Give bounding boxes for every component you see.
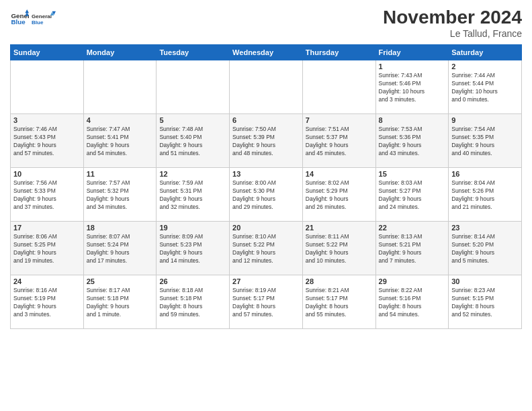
- calendar-cell: 11Sunrise: 7:57 AM Sunset: 5:32 PM Dayli…: [83, 168, 157, 222]
- general-blue-logo: General Blue: [32, 7, 56, 31]
- calendar-cell: [230, 60, 303, 114]
- day-info: Sunrise: 8:06 AM Sunset: 5:25 PM Dayligh…: [13, 233, 81, 265]
- header: General Blue General Blue November 2024 …: [10, 7, 522, 39]
- month-title: November 2024: [383, 7, 522, 28]
- day-number: 1: [379, 62, 446, 71]
- day-info: Sunrise: 8:19 AM Sunset: 5:17 PM Dayligh…: [232, 287, 300, 319]
- day-number: 5: [159, 116, 226, 124]
- calendar-cell: 14Sunrise: 8:02 AM Sunset: 5:29 PM Dayli…: [302, 168, 375, 222]
- day-number: 23: [451, 224, 519, 232]
- day-info: Sunrise: 8:22 AM Sunset: 5:16 PM Dayligh…: [379, 287, 446, 319]
- day-info: Sunrise: 8:21 AM Sunset: 5:17 PM Dayligh…: [306, 287, 373, 319]
- day-info: Sunrise: 8:18 AM Sunset: 5:18 PM Dayligh…: [159, 287, 226, 319]
- day-info: Sunrise: 8:07 AM Sunset: 5:24 PM Dayligh…: [87, 233, 154, 265]
- col-monday: Monday: [83, 45, 157, 60]
- day-number: 12: [159, 170, 226, 178]
- day-info: Sunrise: 7:44 AM Sunset: 5:44 PM Dayligh…: [451, 72, 519, 104]
- svg-text:Blue: Blue: [32, 19, 44, 26]
- logo: General Blue General Blue: [10, 7, 56, 31]
- day-number: 6: [232, 116, 300, 124]
- day-number: 19: [159, 224, 226, 232]
- day-info: Sunrise: 8:14 AM Sunset: 5:20 PM Dayligh…: [451, 233, 519, 265]
- calendar-cell: 30Sunrise: 8:23 AM Sunset: 5:15 PM Dayli…: [449, 275, 522, 329]
- col-tuesday: Tuesday: [157, 45, 230, 60]
- day-info: Sunrise: 7:53 AM Sunset: 5:36 PM Dayligh…: [379, 126, 446, 158]
- calendar-cell: 26Sunrise: 8:18 AM Sunset: 5:18 PM Dayli…: [157, 275, 230, 329]
- day-info: Sunrise: 7:43 AM Sunset: 5:46 PM Dayligh…: [379, 72, 446, 104]
- header-row: Sunday Monday Tuesday Wednesday Thursday…: [11, 45, 522, 60]
- day-info: Sunrise: 8:17 AM Sunset: 5:18 PM Dayligh…: [87, 287, 154, 319]
- day-number: 28: [306, 277, 373, 285]
- calendar-cell: 6Sunrise: 7:50 AM Sunset: 5:39 PM Daylig…: [230, 114, 303, 168]
- day-info: Sunrise: 7:59 AM Sunset: 5:31 PM Dayligh…: [159, 179, 226, 212]
- day-number: 10: [13, 170, 81, 178]
- day-number: 16: [451, 170, 519, 178]
- day-number: 7: [306, 116, 373, 124]
- calendar-cell: 3Sunrise: 7:46 AM Sunset: 5:43 PM Daylig…: [11, 114, 84, 168]
- calendar-cell: 18Sunrise: 8:07 AM Sunset: 5:24 PM Dayli…: [83, 222, 157, 275]
- day-number: 22: [379, 224, 446, 232]
- calendar-cell: 20Sunrise: 8:10 AM Sunset: 5:22 PM Dayli…: [230, 222, 303, 275]
- day-number: 11: [87, 170, 154, 178]
- title-block: November 2024 Le Tallud, France: [383, 7, 522, 39]
- calendar-cell: 13Sunrise: 8:00 AM Sunset: 5:30 PM Dayli…: [230, 168, 303, 222]
- day-info: Sunrise: 8:16 AM Sunset: 5:19 PM Dayligh…: [13, 287, 81, 319]
- day-number: 9: [451, 116, 519, 124]
- day-info: Sunrise: 7:57 AM Sunset: 5:32 PM Dayligh…: [87, 179, 154, 212]
- day-info: Sunrise: 8:11 AM Sunset: 5:22 PM Dayligh…: [306, 233, 373, 265]
- col-wednesday: Wednesday: [230, 45, 303, 60]
- day-number: 26: [159, 277, 226, 285]
- day-number: 27: [232, 277, 300, 285]
- svg-text:Blue: Blue: [11, 18, 26, 26]
- day-number: 30: [451, 277, 519, 285]
- day-info: Sunrise: 7:48 AM Sunset: 5:40 PM Dayligh…: [159, 126, 226, 158]
- day-info: Sunrise: 8:00 AM Sunset: 5:30 PM Dayligh…: [232, 179, 300, 212]
- calendar-cell: 9Sunrise: 7:54 AM Sunset: 5:35 PM Daylig…: [449, 114, 522, 168]
- calendar-cell: 10Sunrise: 7:56 AM Sunset: 5:33 PM Dayli…: [11, 168, 84, 222]
- day-number: 4: [87, 116, 154, 124]
- calendar-cell: 23Sunrise: 8:14 AM Sunset: 5:20 PM Dayli…: [449, 222, 522, 275]
- calendar-cell: 2Sunrise: 7:44 AM Sunset: 5:44 PM Daylig…: [449, 60, 522, 114]
- calendar-cell: 7Sunrise: 7:51 AM Sunset: 5:37 PM Daylig…: [302, 114, 375, 168]
- day-number: 13: [232, 170, 300, 178]
- calendar-cell: [157, 60, 230, 114]
- calendar-cell: 16Sunrise: 8:04 AM Sunset: 5:26 PM Dayli…: [449, 168, 522, 222]
- calendar-cell: 22Sunrise: 8:13 AM Sunset: 5:21 PM Dayli…: [375, 222, 449, 275]
- calendar-cell: 19Sunrise: 8:09 AM Sunset: 5:23 PM Dayli…: [157, 222, 230, 275]
- day-number: 2: [451, 62, 519, 71]
- location: Le Tallud, France: [383, 28, 522, 39]
- calendar-cell: 24Sunrise: 8:16 AM Sunset: 5:19 PM Dayli…: [11, 275, 84, 329]
- day-info: Sunrise: 8:09 AM Sunset: 5:23 PM Dayligh…: [159, 233, 226, 265]
- day-number: 24: [13, 277, 81, 285]
- day-number: 15: [379, 170, 446, 178]
- day-info: Sunrise: 8:13 AM Sunset: 5:21 PM Dayligh…: [379, 233, 446, 265]
- calendar-cell: 5Sunrise: 7:48 AM Sunset: 5:40 PM Daylig…: [157, 114, 230, 168]
- logo-icon: General Blue: [10, 9, 29, 28]
- day-info: Sunrise: 8:03 AM Sunset: 5:27 PM Dayligh…: [379, 179, 446, 212]
- calendar-cell: [83, 60, 157, 114]
- day-number: 3: [13, 116, 81, 124]
- day-info: Sunrise: 7:50 AM Sunset: 5:39 PM Dayligh…: [232, 126, 300, 158]
- svg-text:General: General: [32, 13, 52, 19]
- day-info: Sunrise: 8:04 AM Sunset: 5:26 PM Dayligh…: [451, 179, 519, 212]
- day-info: Sunrise: 7:47 AM Sunset: 5:41 PM Dayligh…: [87, 126, 154, 158]
- day-info: Sunrise: 7:51 AM Sunset: 5:37 PM Dayligh…: [306, 126, 373, 158]
- calendar-cell: 12Sunrise: 7:59 AM Sunset: 5:31 PM Dayli…: [157, 168, 230, 222]
- calendar-table: Sunday Monday Tuesday Wednesday Thursday…: [10, 44, 522, 329]
- day-info: Sunrise: 7:46 AM Sunset: 5:43 PM Dayligh…: [13, 126, 81, 158]
- day-number: 8: [379, 116, 446, 124]
- calendar-week-3: 10Sunrise: 7:56 AM Sunset: 5:33 PM Dayli…: [11, 168, 522, 222]
- calendar-cell: 15Sunrise: 8:03 AM Sunset: 5:27 PM Dayli…: [375, 168, 449, 222]
- day-info: Sunrise: 8:02 AM Sunset: 5:29 PM Dayligh…: [306, 179, 373, 212]
- col-saturday: Saturday: [449, 45, 522, 60]
- day-info: Sunrise: 7:56 AM Sunset: 5:33 PM Dayligh…: [13, 179, 81, 212]
- day-number: 20: [232, 224, 300, 232]
- calendar-cell: 21Sunrise: 8:11 AM Sunset: 5:22 PM Dayli…: [302, 222, 375, 275]
- day-info: Sunrise: 7:54 AM Sunset: 5:35 PM Dayligh…: [451, 126, 519, 158]
- day-number: 14: [306, 170, 373, 178]
- day-number: 17: [13, 224, 81, 232]
- calendar-cell: [302, 60, 375, 114]
- page: General Blue General Blue November 2024 …: [0, 0, 532, 411]
- calendar-cell: 17Sunrise: 8:06 AM Sunset: 5:25 PM Dayli…: [11, 222, 84, 275]
- day-info: Sunrise: 8:23 AM Sunset: 5:15 PM Dayligh…: [451, 287, 519, 319]
